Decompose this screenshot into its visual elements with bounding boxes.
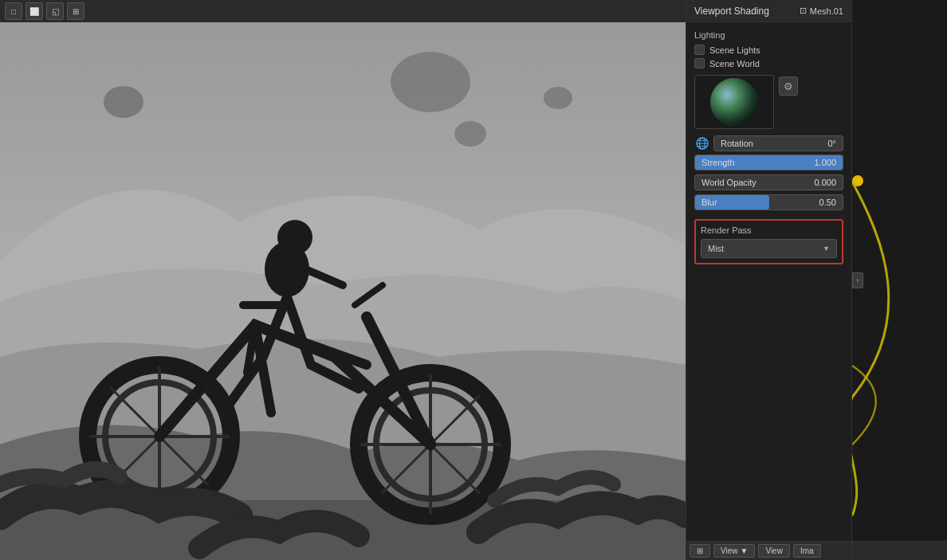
- ima-label: Ima: [800, 546, 814, 555]
- panel-title: Viewport Shading: [694, 6, 769, 17]
- scene-world-row: Scene World: [694, 58, 843, 69]
- strength-row: Strength 1.000: [694, 154, 843, 171]
- node-area: ›: [851, 0, 947, 560]
- rotation-field[interactable]: Rotation 0°: [713, 135, 843, 151]
- view-icon-btn[interactable]: ⊞: [690, 544, 710, 558]
- hdri-area: ⚙: [694, 75, 843, 129]
- rotation-label: Rotation: [721, 139, 753, 148]
- mesh-name: Mesh.01: [810, 6, 843, 16]
- blur-value: 0.50: [819, 198, 836, 207]
- blur-field[interactable]: Blur 0.50: [694, 194, 843, 210]
- toolbar-btn-1[interactable]: □: [5, 2, 22, 20]
- toolbar-btn-3[interactable]: ◱: [46, 2, 64, 20]
- hdri-sphere: [710, 78, 758, 126]
- viewport-content: [0, 22, 686, 560]
- render-pass-dropdown[interactable]: Mist ▼: [701, 239, 837, 258]
- mesh-icon: ⊡: [800, 6, 807, 16]
- view-icon: ⊞: [697, 546, 703, 555]
- chevron-down-icon: ▼: [823, 245, 830, 253]
- scene-world-checkbox[interactable]: [694, 58, 705, 69]
- right-panel: Viewport Shading ⊡ Mesh.01 Lighting Scen…: [686, 0, 851, 560]
- render-pass-label: Render Pass: [701, 225, 837, 235]
- toolbar-btn-4[interactable]: ⊞: [67, 2, 84, 20]
- viewport[interactable]: □ ⬜ ◱ ⊞: [0, 0, 686, 560]
- strength-label: Strength: [701, 158, 735, 167]
- world-opacity-row: World Opacity 0.000: [694, 174, 843, 191]
- world-opacity-field[interactable]: World Opacity 0.000: [694, 174, 843, 190]
- svg-point-18: [277, 220, 312, 255]
- view-label: View: [721, 546, 738, 555]
- render-pass-section: Render Pass Mist ▼: [694, 219, 843, 264]
- hdri-preview[interactable]: [694, 75, 774, 129]
- world-opacity-value: 0.000: [814, 178, 836, 187]
- svg-point-2: [104, 86, 143, 118]
- viewport-svg: [0, 22, 686, 560]
- toolbar-btn-2[interactable]: ⬜: [26, 2, 43, 20]
- panel-topbar: Viewport Shading ⊡ Mesh.01: [686, 0, 851, 22]
- rotation-row: Rotation 0°: [694, 135, 843, 151]
- node-bottom-toolbar: [852, 541, 947, 560]
- top-toolbar: □ ⬜ ◱ ⊞: [0, 0, 686, 22]
- collapse-arrow[interactable]: ›: [852, 272, 863, 288]
- world-opacity-label: World Opacity: [701, 178, 756, 187]
- render-pass-value: Mist: [708, 244, 724, 253]
- scene-lights-checkbox[interactable]: [694, 45, 705, 55]
- view2-label: View: [765, 546, 783, 555]
- shading-panel: Lighting Scene Lights Scene World ⚙: [686, 22, 851, 560]
- globe-icon: [694, 135, 710, 151]
- svg-point-4: [544, 87, 572, 109]
- blur-row: Blur 0.50: [694, 194, 843, 211]
- svg-point-3: [454, 121, 486, 147]
- view-chevron-icon: ▼: [741, 546, 749, 555]
- rotation-value: 0°: [827, 139, 836, 148]
- blur-label: Blur: [701, 198, 717, 207]
- mesh-label-wrap: ⊡ Mesh.01: [800, 6, 843, 16]
- bottom-right-toolbar: ⊞ View ▼ View Ima: [686, 541, 851, 560]
- svg-point-1: [391, 52, 470, 112]
- globe-svg: [695, 136, 709, 151]
- scene-world-label: Scene World: [709, 59, 760, 69]
- view2-btn[interactable]: View: [758, 544, 790, 558]
- strength-field[interactable]: Strength 1.000: [694, 155, 843, 170]
- hdri-gear-button[interactable]: ⚙: [779, 76, 798, 96]
- main-layout: □ ⬜ ◱ ⊞: [0, 0, 947, 560]
- ima-btn[interactable]: Ima: [793, 544, 821, 558]
- node-curves-svg: [852, 0, 947, 560]
- scene-lights-row: Scene Lights: [694, 45, 843, 55]
- view-btn[interactable]: View ▼: [713, 544, 755, 558]
- strength-value: 1.000: [814, 158, 836, 167]
- lighting-section-label: Lighting: [694, 30, 843, 40]
- scene-lights-label: Scene Lights: [709, 45, 760, 55]
